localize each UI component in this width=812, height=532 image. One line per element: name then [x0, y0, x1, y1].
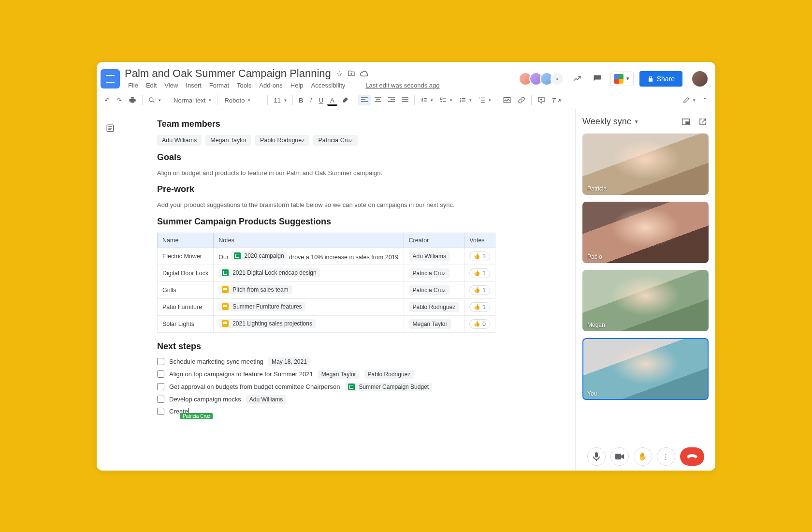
meet-title[interactable]: Weekly sync: [582, 117, 631, 127]
profile-avatar[interactable]: [692, 71, 708, 87]
vote-button[interactable]: 👍3: [469, 251, 490, 261]
menu-file[interactable]: File: [125, 81, 142, 90]
menu-edit[interactable]: Edit: [143, 81, 160, 90]
menu-insert[interactable]: Insert: [182, 81, 205, 90]
align-left-button[interactable]: [358, 95, 371, 105]
person-chip[interactable]: Megan Taylor: [205, 135, 251, 146]
camera-button[interactable]: [610, 447, 629, 466]
end-call-button[interactable]: [680, 447, 704, 466]
smart-chip[interactable]: Pablo Rodriguez: [364, 370, 414, 379]
insert-comment-button[interactable]: [535, 94, 548, 106]
menu-accessibility[interactable]: Accessibility: [308, 81, 349, 90]
avatar-more[interactable]: •: [551, 72, 564, 86]
vote-button[interactable]: 👍1: [469, 302, 490, 312]
align-justify-button[interactable]: [399, 95, 411, 105]
insert-image-button[interactable]: [500, 94, 514, 106]
line-spacing-button[interactable]: [418, 94, 436, 106]
numbered-list-button[interactable]: 1: [476, 94, 494, 106]
smart-chip[interactable]: 2021 Lighting sales projections: [218, 319, 316, 328]
checkbox[interactable]: [157, 383, 164, 390]
highlight-button[interactable]: [338, 94, 352, 106]
document-canvas[interactable]: Team members Adu WilliamsMegan TaylorPab…: [123, 109, 575, 471]
clear-format-button[interactable]: T✕: [549, 94, 565, 106]
smart-chip[interactable]: Summer Campaign Budget: [345, 383, 432, 391]
smart-chip[interactable]: Megan Taylor: [318, 370, 360, 379]
more-options-button[interactable]: ⋮: [657, 447, 675, 466]
chevron-down-icon[interactable]: ▼: [634, 119, 639, 124]
video-tile[interactable]: Patricia: [582, 133, 709, 195]
menu-addons[interactable]: Add-ons: [256, 81, 286, 90]
person-chip[interactable]: Patricia Cruz: [409, 268, 450, 278]
font-size-dropdown[interactable]: 11: [271, 94, 289, 106]
person-chip[interactable]: Adu Williams: [157, 135, 202, 146]
checkbox[interactable]: [157, 396, 164, 403]
video-tile[interactable]: Pablo: [582, 202, 709, 263]
vote-button[interactable]: 👍0: [469, 319, 490, 329]
comments-icon[interactable]: [590, 72, 605, 86]
meet-present-button[interactable]: ▼: [610, 72, 634, 86]
paragraph-style-dropdown[interactable]: Normal text: [170, 94, 215, 107]
menu-format[interactable]: Format: [206, 81, 232, 90]
bulleted-list-button[interactable]: [456, 94, 475, 106]
text-color-button[interactable]: A: [327, 94, 337, 106]
smart-chip[interactable]: 2021 Digital Lock endcap design: [218, 268, 319, 277]
doc-title[interactable]: Palm and Oak Summer Campaign Planning: [125, 67, 331, 80]
bold-button[interactable]: B: [296, 94, 306, 106]
share-button[interactable]: Share: [639, 71, 682, 87]
svg-rect-7: [462, 102, 465, 102]
align-center-button[interactable]: [372, 95, 384, 105]
video-tile[interactable]: You: [582, 338, 709, 399]
edit-mode-button[interactable]: [680, 94, 698, 106]
smart-chip[interactable]: May 18, 2021: [268, 357, 310, 366]
raise-hand-button[interactable]: ✋: [634, 447, 652, 466]
person-chip[interactable]: Pablo Rodriguez: [409, 302, 460, 312]
mic-button[interactable]: [587, 447, 606, 466]
table-header: Votes: [464, 233, 495, 248]
print-button[interactable]: [126, 94, 139, 106]
menu-view[interactable]: View: [161, 81, 181, 90]
popout-icon[interactable]: [697, 116, 709, 128]
smart-chip[interactable]: Adu Williams: [246, 395, 286, 404]
cloud-status-icon[interactable]: [360, 70, 369, 77]
person-chip[interactable]: Patricia Cruz: [409, 285, 450, 295]
video-tile[interactable]: Megan: [582, 270, 709, 331]
table-header: Notes: [214, 233, 404, 248]
checkbox[interactable]: [157, 370, 164, 378]
menu-tools[interactable]: Tools: [233, 81, 255, 90]
person-chip[interactable]: Pablo Rodriguez: [255, 135, 309, 146]
move-icon[interactable]: [348, 70, 355, 77]
person-chip[interactable]: Megan Taylor: [409, 319, 451, 329]
menu-bar: File Edit View Insert Format Tools Add-o…: [125, 80, 522, 90]
person-chip[interactable]: Adu Williams: [409, 251, 450, 261]
collaborator-avatars[interactable]: •: [522, 72, 564, 86]
italic-button[interactable]: I: [307, 94, 315, 106]
star-icon[interactable]: ☆: [336, 69, 343, 78]
vote-button[interactable]: 👍1: [469, 268, 490, 278]
insert-link-button[interactable]: [515, 94, 528, 106]
activity-icon[interactable]: [570, 72, 584, 86]
outline-icon[interactable]: [106, 124, 115, 471]
align-right-button[interactable]: [385, 95, 398, 105]
undo-button[interactable]: ↶: [102, 94, 113, 106]
font-dropdown[interactable]: Roboto: [221, 94, 264, 107]
smart-chip[interactable]: Summer Furniture features: [218, 302, 305, 311]
collapse-toolbar-button[interactable]: ⌃: [699, 94, 710, 106]
checklist-button[interactable]: [437, 94, 455, 106]
person-chip[interactable]: Patricia Cruz: [313, 135, 358, 146]
last-edit-link[interactable]: Last edit was seconds ago: [362, 81, 443, 90]
smart-chip[interactable]: Pitch from sales team: [218, 285, 291, 294]
heading-next-steps: Next steps: [157, 341, 495, 352]
redo-button[interactable]: ↷: [114, 94, 125, 106]
menu-help[interactable]: Help: [287, 81, 307, 90]
svg-point-4: [460, 101, 461, 102]
checklist-text: Schedule marketing sync meeting: [169, 358, 263, 365]
underline-button[interactable]: U: [316, 94, 326, 106]
checkbox[interactable]: [157, 408, 164, 415]
checkbox[interactable]: [157, 358, 164, 365]
pip-icon[interactable]: [680, 116, 692, 128]
votes-cell: 👍0: [464, 315, 495, 332]
vote-button[interactable]: 👍1: [469, 285, 490, 295]
zoom-dropdown[interactable]: [145, 94, 164, 106]
smart-chip[interactable]: 2020 campaign: [231, 251, 288, 260]
docs-logo-icon[interactable]: [101, 69, 120, 89]
